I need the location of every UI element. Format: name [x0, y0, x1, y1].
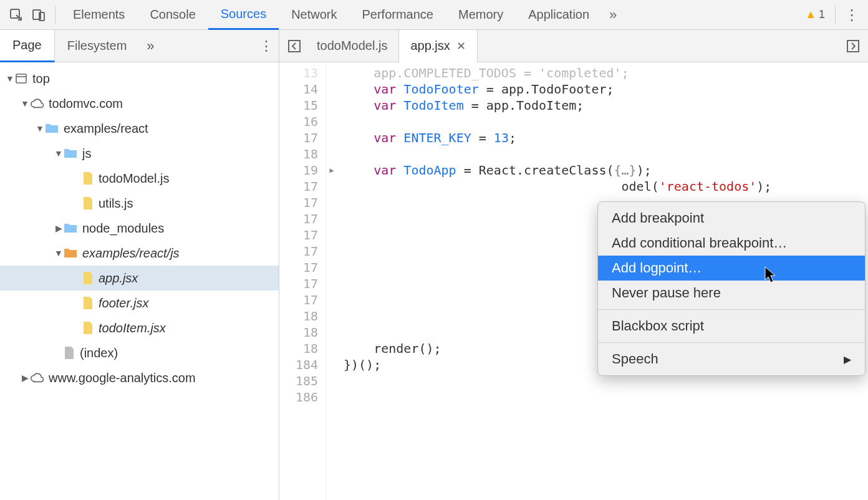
editor-tab-label: todoModel.js	[317, 39, 387, 53]
warning-number: 1	[819, 8, 825, 21]
tree-origin-ga[interactable]: ▶ www.google-analytics.com	[0, 365, 279, 390]
tree-label: todoItem.jsx	[99, 321, 166, 335]
tree-label: examples/react/js	[82, 246, 180, 261]
submenu-arrow-icon: ▶	[844, 353, 851, 365]
caret-down-icon: ▼	[54, 148, 64, 158]
tab-console[interactable]: Console	[137, 0, 208, 30]
editor-tabbar: todoModel.js app.jsx ✕	[279, 30, 868, 62]
tree-folder-node-modules[interactable]: ▶ node_modules	[0, 216, 279, 241]
ctx-blackbox-script[interactable]: Blackbox script	[598, 314, 865, 339]
editor-tab-app[interactable]: app.jsx ✕	[398, 30, 477, 62]
tree-file-app[interactable]: app.jsx	[0, 266, 279, 291]
gutter-context-menu: Add breakpoint Add conditional breakpoin…	[597, 201, 866, 376]
sources-sidebar: Page Filesystem » ⋮ ▼ top ▼ todomvc.com …	[0, 30, 279, 500]
sidebar-tabbar: Page Filesystem » ⋮	[0, 30, 279, 62]
devtools-tabbar: Elements Console Sources Network Perform…	[0, 0, 868, 30]
editor-pane: todoModel.js app.jsx ✕ 13 14 15 16 17 18…	[279, 30, 868, 500]
svg-rect-3	[16, 74, 26, 83]
tree-file-footer[interactable]: footer.jsx	[0, 291, 279, 315]
ctx-never-pause[interactable]: Never pause here	[598, 281, 865, 305]
tree-label: todomvc.com	[49, 97, 123, 111]
warning-count[interactable]: ▲ 1	[805, 8, 825, 21]
tree-folder-examples[interactable]: ▼ examples/react	[0, 116, 279, 141]
tree-label: todoModel.js	[99, 171, 169, 186]
caret-down-icon: ▼	[5, 74, 15, 84]
kebab-menu-icon[interactable]: ⋮	[841, 4, 863, 26]
fold-marker-icon[interactable]: ▶	[326, 162, 337, 178]
sidebar-kebab-icon[interactable]: ⋮	[254, 38, 279, 54]
tree-folder-examples-react-js[interactable]: ▼ examples/react/js	[0, 241, 279, 266]
nav-back-icon[interactable]	[283, 35, 306, 57]
tree-label: examples/react	[64, 122, 148, 136]
tree-label: node_modules	[82, 221, 164, 236]
tab-application[interactable]: Application	[516, 0, 602, 30]
file-tree: ▼ top ▼ todomvc.com ▼ examples/react ▼ j…	[0, 62, 279, 500]
close-icon[interactable]: ✕	[456, 39, 466, 53]
tree-top[interactable]: ▼ top	[0, 66, 279, 91]
caret-right-icon: ▶	[20, 373, 30, 383]
tab-performance[interactable]: Performance	[350, 0, 446, 30]
sidebar-more-icon[interactable]: »	[139, 30, 162, 62]
divider	[598, 309, 865, 310]
tree-file-utils[interactable]: utils.js	[0, 191, 279, 216]
separator	[55, 6, 55, 24]
inspect-icon[interactable]	[5, 4, 27, 26]
line-gutter[interactable]: 13 14 15 16 17 18 19 17 17 17 17 17 17 1…	[279, 62, 326, 500]
fold-gutter[interactable]: ▶	[326, 62, 337, 500]
tree-file-index[interactable]: (index)	[0, 340, 279, 365]
tree-file-todomodel[interactable]: todoModel.js	[0, 166, 279, 191]
separator	[835, 6, 836, 24]
tree-label: app.jsx	[99, 271, 138, 286]
caret-down-icon: ▼	[20, 99, 30, 108]
tree-file-todoitem[interactable]: todoItem.jsx	[0, 315, 279, 340]
more-tabs-icon[interactable]: »	[602, 4, 624, 26]
tree-label: utils.js	[99, 196, 133, 211]
device-toggle-icon[interactable]	[27, 4, 50, 26]
caret-down-icon: ▼	[35, 123, 45, 133]
caret-down-icon: ▼	[54, 248, 64, 258]
tree-origin-todomvc[interactable]: ▼ todomvc.com	[0, 91, 279, 116]
caret-right-icon: ▶	[54, 223, 64, 233]
sidebar-tab-filesystem[interactable]: Filesystem	[55, 30, 140, 62]
svg-rect-6	[847, 41, 859, 52]
editor-tab-label: app.jsx	[410, 39, 450, 53]
tree-label: www.google-analytics.com	[49, 371, 196, 385]
tree-label: footer.jsx	[99, 296, 148, 310]
tree-label: js	[82, 147, 91, 161]
ctx-add-breakpoint[interactable]: Add breakpoint	[598, 206, 865, 231]
tab-elements[interactable]: Elements	[60, 0, 137, 30]
toggle-debugger-icon[interactable]	[842, 35, 864, 57]
tab-sources[interactable]: Sources	[208, 0, 279, 30]
mouse-cursor-icon	[764, 266, 778, 284]
ctx-add-conditional-breakpoint[interactable]: Add conditional breakpoint…	[598, 231, 865, 256]
svg-rect-5	[289, 41, 300, 52]
tab-memory[interactable]: Memory	[446, 0, 516, 30]
divider	[598, 342, 865, 343]
ctx-add-logpoint[interactable]: Add logpoint…	[598, 256, 865, 281]
tree-label: top	[32, 72, 50, 86]
warning-icon: ▲	[805, 8, 816, 21]
ctx-speech[interactable]: Speech▶	[598, 347, 865, 372]
tree-folder-js[interactable]: ▼ js	[0, 141, 279, 166]
tree-label: (index)	[80, 346, 118, 360]
sidebar-tab-page[interactable]: Page	[0, 30, 55, 62]
tab-network[interactable]: Network	[279, 0, 349, 30]
editor-tab-todomodel[interactable]: todoModel.js	[306, 30, 398, 62]
